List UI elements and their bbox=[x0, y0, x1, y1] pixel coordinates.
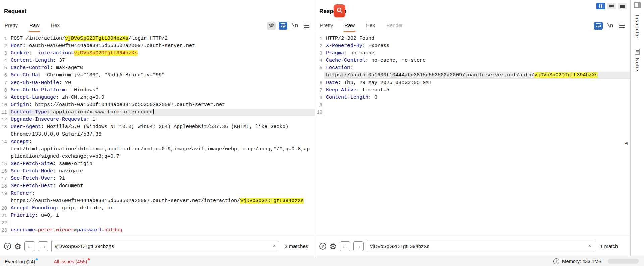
next-match-button[interactable]: → bbox=[38, 241, 48, 251]
tab-raw[interactable]: Raw bbox=[344, 22, 355, 32]
word-wrap-button[interactable] bbox=[594, 22, 603, 30]
editor-row[interactable]: 1POST /interaction/vjDVoSpG2DTgtL394bzXs… bbox=[0, 35, 315, 42]
editor-row[interactable]: 6Date: Thu, 29 May 2025 08:33:05 GMT bbox=[315, 79, 630, 87]
clear-search-icon[interactable]: × bbox=[588, 243, 591, 249]
line-number: 13 bbox=[0, 123, 9, 131]
editor-row[interactable]: 7Sec-Ch-Ua-Mobile: ?0 bbox=[0, 79, 315, 87]
line-number: 8 bbox=[315, 94, 324, 101]
help-icon[interactable]: ? bbox=[4, 243, 11, 250]
editor-row[interactable]: plication/signed-exchange;v=b3;q=0.7 bbox=[0, 153, 315, 160]
response-tabs: Pretty Raw Hex Render bbox=[319, 22, 404, 32]
line-content: Accept: bbox=[9, 138, 315, 146]
response-menu-button[interactable] bbox=[618, 22, 626, 30]
line-number: 14 bbox=[0, 138, 9, 146]
editor-row[interactable]: 10 bbox=[315, 109, 630, 116]
line-number: 11 bbox=[0, 109, 9, 116]
editor-row[interactable]: 9 bbox=[315, 101, 630, 109]
request-menu-button[interactable] bbox=[302, 22, 311, 30]
editor-row[interactable]: 8Content-Length: 0 bbox=[315, 94, 630, 101]
prev-match-button[interactable]: ← bbox=[340, 241, 350, 251]
editor-row[interactable]: 5Location: bbox=[315, 64, 630, 72]
editor-row[interactable]: 8Sec-Ch-Ua-Platform: "Windows" bbox=[0, 87, 315, 94]
line-number: 1 bbox=[315, 35, 324, 42]
info-icon[interactable]: i bbox=[553, 258, 559, 264]
layout-combined-button[interactable] bbox=[618, 3, 627, 9]
editor-row[interactable]: 11Content-Type: application/x-www-form-u… bbox=[0, 109, 315, 116]
editor-row[interactable]: 15Sec-Fetch-Site: same-origin bbox=[0, 160, 315, 168]
editor-row[interactable]: 7Keep-Alive: timeout=5 bbox=[315, 87, 630, 94]
all-issues-button[interactable]: All issues (455) bbox=[54, 258, 90, 264]
help-icon[interactable]: ? bbox=[319, 243, 326, 250]
text-caret bbox=[153, 109, 154, 114]
editor-row[interactable]: 3Cookie: _interaction=vjDVoSpG2DTgtL394b… bbox=[0, 50, 315, 57]
response-search-input[interactable] bbox=[367, 241, 594, 252]
editor-row[interactable]: 22 bbox=[0, 219, 315, 227]
editor-row[interactable]: 2X-Powered-By: Express bbox=[315, 42, 630, 50]
editor-row[interactable]: 17Sec-Fetch-User: ?1 bbox=[0, 175, 315, 182]
line-content: Cookie: _interaction=vjDVoSpG2DTgtL394bz… bbox=[9, 50, 315, 57]
tab-pretty[interactable]: Pretty bbox=[319, 22, 334, 32]
right-sidebar: Inspector Notes bbox=[630, 0, 644, 256]
editor-row[interactable]: 9Accept-Language: zh-CN,zh;q=0.9 bbox=[0, 94, 315, 101]
sidebar-tab-notes[interactable]: Notes bbox=[635, 49, 640, 73]
line-content: Sec-Fetch-User: ?1 bbox=[9, 175, 315, 182]
editor-row[interactable]: 4Cache-Control: no-cache, no-store bbox=[315, 57, 630, 64]
editor-row[interactable]: 10Origin: https://oauth-0a1600f10444abe3… bbox=[0, 101, 315, 109]
line-content: HTTP/2 302 Found bbox=[324, 35, 630, 42]
prev-match-button[interactable]: ← bbox=[24, 241, 35, 251]
show-newlines-button[interactable]: \n bbox=[290, 22, 299, 30]
response-editor[interactable]: 1HTTP/2 302 Found2X-Powered-By: Express3… bbox=[315, 32, 630, 236]
editor-row[interactable]: 19Referer: bbox=[0, 190, 315, 197]
editor-row[interactable]: 23username=peter.wiener&password=hotdog bbox=[0, 227, 315, 234]
memory-label: Memory: 433.1MB bbox=[562, 259, 602, 264]
line-content: Sec-Ch-Ua: "Chromium";v="133", "Not(A:Br… bbox=[9, 72, 315, 79]
request-search-input[interactable] bbox=[51, 241, 279, 252]
editor-row[interactable]: 3Pragma: no-cache bbox=[315, 50, 630, 57]
next-match-button[interactable]: → bbox=[353, 241, 364, 251]
editor-row[interactable]: Chrome/133.0.0.0 Safari/537.36 bbox=[0, 131, 315, 138]
tab-hex[interactable]: Hex bbox=[365, 22, 376, 32]
inspector-expand-arrow[interactable]: ◀ bbox=[625, 141, 627, 145]
editor-row[interactable]: 13User-Agent: Mozilla/5.0 (Windows NT 10… bbox=[0, 123, 315, 131]
event-log-button[interactable]: Event log (24) bbox=[5, 258, 38, 264]
tab-raw[interactable]: Raw bbox=[29, 22, 40, 32]
editor-row[interactable]: https://oauth-0a1600f10444abe3815d553502… bbox=[0, 197, 315, 205]
show-newlines-button[interactable]: \n bbox=[606, 22, 614, 30]
sidebar-tab-inspector[interactable]: Inspector bbox=[635, 15, 640, 39]
editor-row[interactable]: 21Priority: u=0, i bbox=[0, 212, 315, 219]
editor-row[interactable]: 20Accept-Encoding: gzip, deflate, br bbox=[0, 205, 315, 212]
gear-icon[interactable]: ⚙ bbox=[329, 243, 337, 250]
editor-row[interactable]: 12Upgrade-Insecure-Requests: 1 bbox=[0, 116, 315, 123]
line-number: 19 bbox=[0, 190, 9, 197]
response-header: Response Pretty Raw Hex Render bbox=[315, 0, 630, 32]
layout-rows-button[interactable] bbox=[607, 3, 616, 9]
clear-search-icon[interactable]: × bbox=[273, 243, 276, 249]
line-content: text/html,application/xhtml+xml,applicat… bbox=[9, 146, 315, 153]
editor-row[interactable]: 5Cache-Control: max-age=0 bbox=[0, 64, 315, 72]
hide-highlights-button[interactable] bbox=[267, 22, 276, 30]
line-number: 5 bbox=[0, 64, 9, 72]
editor-row[interactable]: 1HTTP/2 302 Found bbox=[315, 35, 630, 42]
word-wrap-button[interactable] bbox=[279, 22, 287, 30]
tab-hex[interactable]: Hex bbox=[50, 22, 60, 32]
editor-row[interactable]: 4Content-Length: 37 bbox=[0, 57, 315, 64]
editor-row[interactable]: 16Sec-Fetch-Mode: navigate bbox=[0, 168, 315, 175]
line-number: 9 bbox=[0, 94, 9, 101]
editor-row[interactable]: 2Host: oauth-0a1600f10444abe3815d553502a… bbox=[0, 42, 315, 50]
editor-row[interactable]: 18Sec-Fetch-Dest: document bbox=[0, 182, 315, 190]
tab-pretty[interactable]: Pretty bbox=[4, 22, 18, 32]
request-header: Request Pretty Raw Hex bbox=[0, 0, 315, 32]
tab-render[interactable]: Render bbox=[386, 22, 404, 32]
dock-panel-icon[interactable] bbox=[634, 2, 641, 9]
line-content bbox=[324, 101, 630, 109]
rows-icon bbox=[609, 5, 614, 7]
gear-icon[interactable]: ⚙ bbox=[14, 243, 21, 250]
layout-columns-button[interactable] bbox=[596, 3, 605, 9]
request-editor[interactable]: 1POST /interaction/vjDVoSpG2DTgtL394bzXs… bbox=[0, 32, 315, 236]
editor-row[interactable]: https://oauth-0a1600f10444abe3815d553502… bbox=[315, 72, 630, 79]
editor-row[interactable]: text/html,application/xhtml+xml,applicat… bbox=[0, 146, 315, 153]
search-badge[interactable] bbox=[334, 4, 345, 17]
editor-row[interactable]: 6Sec-Ch-Ua: "Chromium";v="133", "Not(A:B… bbox=[0, 72, 315, 79]
editor-row[interactable]: 14Accept: bbox=[0, 138, 315, 146]
line-content: Sec-Ch-Ua-Platform: "Windows" bbox=[9, 87, 315, 94]
